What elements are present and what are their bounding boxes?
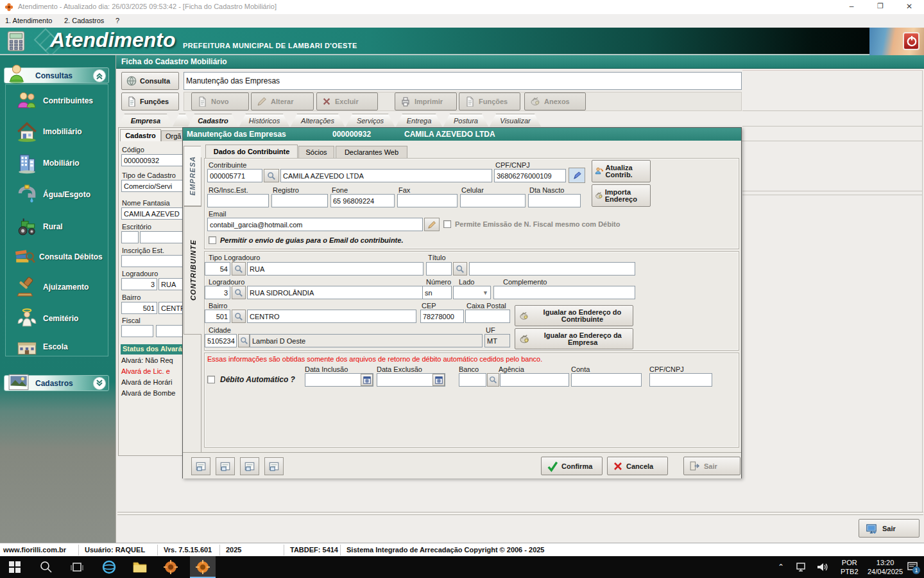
confirma-button[interactable]: Confirma — [541, 457, 603, 475]
panel-tab-cadastro[interactable]: Cadastro — [120, 129, 161, 141]
nav-button-2[interactable] — [216, 457, 235, 475]
explorer-button[interactable] — [132, 560, 148, 574]
expand-circle[interactable] — [93, 377, 106, 390]
conta-field[interactable] — [571, 373, 642, 387]
tray-chevron[interactable]: ⌃ — [778, 563, 784, 572]
permite-nf-checkbox[interactable] — [443, 220, 451, 228]
lang-indicator[interactable]: POR PTB2 — [841, 558, 859, 576]
banco-search[interactable] — [487, 373, 499, 387]
minimize-button[interactable]: – — [842, 2, 861, 12]
cancela-button[interactable]: Cancela — [607, 457, 668, 475]
volume-icon[interactable] — [816, 561, 829, 575]
contribuinte-search-button[interactable] — [264, 169, 279, 182]
panel-logradouro-num[interactable]: 3 — [121, 278, 157, 290]
cep-field[interactable]: 78278000 — [420, 310, 464, 323]
funcoes-button[interactable]: Funções — [121, 92, 179, 110]
logradouro-code[interactable]: 3 — [205, 286, 230, 299]
menu-atendimento[interactable]: 1. Atendimento — [5, 17, 52, 24]
close-button[interactable]: ✕ — [900, 2, 919, 12]
app1-button[interactable] — [163, 559, 178, 575]
subtab-socios[interactable]: Sócios — [298, 146, 334, 158]
sidebar-item-rural[interactable]: Rural — [43, 222, 63, 231]
funcoes2-button[interactable]: Funções — [459, 92, 520, 110]
novo-button[interactable]: Novo — [191, 92, 249, 110]
excluir-button[interactable]: Excluir — [316, 92, 378, 110]
taskbar-search[interactable] — [40, 561, 53, 574]
nav-button-1[interactable] — [191, 457, 210, 475]
caixa-postal-field[interactable] — [465, 310, 510, 323]
restore-button[interactable]: ❐ — [871, 2, 890, 12]
sidebar-item-contribuintes[interactable]: Contribuintes — [43, 96, 93, 105]
dtanascto-field[interactable] — [528, 194, 581, 207]
lado-select[interactable]: ▼ — [453, 286, 491, 299]
agencia-field[interactable] — [500, 373, 569, 387]
cidade-code[interactable]: 5105234 — [205, 334, 237, 347]
side-tab-contribuinte[interactable]: CONTRIBUINTE — [184, 206, 201, 335]
sidebar-item-cemiterio[interactable]: Cemitério — [43, 314, 78, 323]
email-field[interactable]: contabil_garcia@hotmail.com — [207, 218, 423, 231]
tab-historicos[interactable]: Históricos — [239, 114, 289, 127]
tab-postura[interactable]: Postura — [443, 114, 488, 127]
tab-servicos[interactable]: Serviços — [346, 114, 395, 127]
sidebar-item-agua[interactable]: Água/Esgoto — [43, 190, 90, 199]
alterar-button[interactable]: Alterar — [251, 92, 314, 110]
collapse-circle[interactable] — [93, 69, 106, 82]
sidebar-item-imobiliario[interactable]: Imobiliário — [43, 127, 82, 136]
data-inclusao-cal[interactable] — [361, 374, 373, 386]
tab-alteracoes[interactable]: Alterações — [291, 114, 345, 127]
atualiza-contrib-button[interactable]: Atualiza Contrib. — [592, 160, 651, 182]
bottom-sair-button[interactable]: Sair — [859, 519, 920, 538]
permitir-guias-checkbox[interactable] — [209, 236, 216, 244]
importa-endereco-button[interactable]: Importa Endereço — [592, 184, 651, 207]
titulo-name[interactable] — [469, 262, 635, 276]
contribuinte-name-field[interactable]: CAMILA AZEVEDO LTDA — [280, 169, 492, 182]
modal-sair-button[interactable]: Sair — [683, 457, 740, 475]
menu-cadastros[interactable]: 2. Cadastros — [64, 17, 104, 24]
fax-field[interactable] — [397, 194, 458, 207]
registro-field[interactable] — [271, 194, 328, 207]
app2-button-active[interactable] — [190, 556, 216, 578]
tab-cadastro[interactable]: Cadastro — [188, 114, 238, 127]
clock[interactable]: 13:20 24/04/2025 — [868, 558, 903, 576]
imprimir-button[interactable]: Imprimir — [395, 92, 457, 110]
data-exclusao-cal[interactable] — [432, 374, 445, 386]
cidade-search[interactable] — [238, 334, 250, 347]
fone-field[interactable]: 65 96809224 — [330, 194, 395, 207]
titulo-search[interactable] — [453, 262, 467, 276]
query-field[interactable]: Manutenção das Empresas — [184, 72, 742, 90]
bairro-code[interactable]: 501 — [205, 310, 230, 323]
debito-automatico-checkbox[interactable] — [207, 376, 215, 383]
ie-button[interactable] — [101, 559, 117, 575]
anexos-button[interactable]: Anexos — [524, 92, 586, 110]
cpf-edit-button[interactable] — [569, 168, 585, 183]
nav-button-4[interactable] — [264, 457, 284, 475]
nav-button-3[interactable] — [240, 457, 259, 475]
numero-field[interactable]: sn — [422, 286, 452, 299]
rg-field[interactable] — [207, 194, 269, 207]
panel-bairro-num[interactable]: 501 — [121, 302, 157, 314]
sidebar-item-escola[interactable]: Escola — [43, 342, 68, 351]
tab-empresa[interactable]: Empresa — [118, 114, 173, 127]
sidebar-item-mobiliario[interactable]: Mobiliário — [43, 159, 80, 168]
subtab-dados[interactable]: Dados do Contribuinte — [205, 144, 298, 158]
task-view-button[interactable] — [71, 561, 83, 574]
network-icon[interactable] — [796, 561, 809, 575]
cpf-field[interactable]: 36806276000109 — [494, 169, 566, 182]
debito-cpf-field[interactable] — [649, 373, 712, 387]
titulo-field[interactable] — [426, 262, 452, 276]
codigo-field[interactable]: 000000932 — [121, 154, 191, 166]
bairro-name[interactable]: CENTRO — [247, 310, 416, 323]
igualar-empresa-button[interactable]: Igualar ao Endereço da Empresa — [515, 328, 633, 349]
celular-field[interactable] — [460, 194, 526, 207]
igualar-contribuinte-button[interactable]: Igualar ao Endereço do Contribuinte — [515, 305, 633, 326]
tab-entrega[interactable]: Entrega — [396, 114, 442, 127]
menu-help[interactable]: ? — [116, 17, 119, 24]
tipo-logradouro-name[interactable]: RUA — [247, 262, 424, 276]
tab-visualizar[interactable]: Visualizar — [490, 114, 541, 127]
bairro-search[interactable] — [232, 310, 246, 323]
tipo-logradouro-search[interactable] — [232, 262, 246, 276]
subtab-declarantes[interactable]: Declarantes Web — [336, 146, 407, 158]
tipo-logradouro-code[interactable]: 54 — [205, 262, 230, 276]
start-button[interactable] — [9, 561, 21, 573]
logradouro-search[interactable] — [232, 286, 246, 299]
